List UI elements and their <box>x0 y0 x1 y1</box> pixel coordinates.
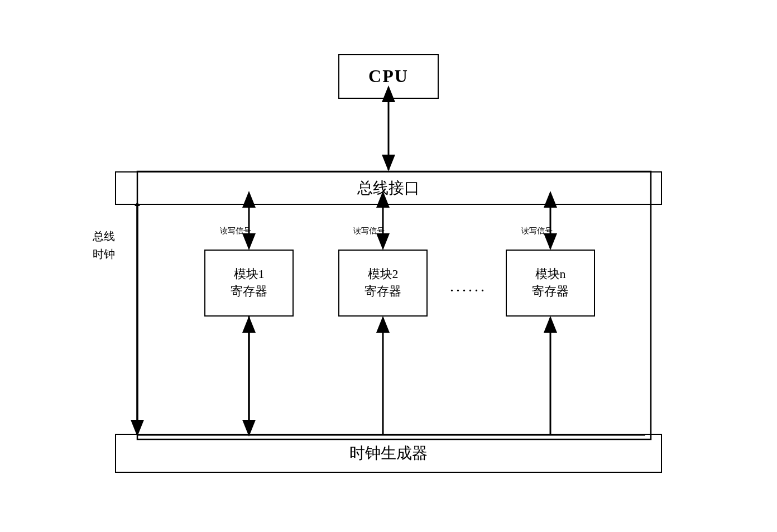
clock-gen-label: 时钟生成器 <box>349 443 428 464</box>
rw-signal-3: 读写信号 <box>521 226 553 236</box>
rw-signal-1: 读写信号 <box>220 226 251 236</box>
diagram-container: CPU 总线接口 模块1寄存器 模块2寄存器 ...... 模块n寄存器 时钟生… <box>81 37 696 495</box>
bus-interface-box: 总线接口 <box>115 171 662 205</box>
module2-box: 模块2寄存器 <box>338 250 428 317</box>
module1-box: 模块1寄存器 <box>204 250 294 317</box>
module1-label: 模块1寄存器 <box>231 266 267 300</box>
modulen-label: 模块n寄存器 <box>532 266 569 300</box>
modulen-box: 模块n寄存器 <box>506 250 595 317</box>
clock-gen-box: 时钟生成器 <box>115 434 662 473</box>
cpu-label: CPU <box>368 66 409 87</box>
ellipsis: ...... <box>450 277 487 295</box>
rw-signal-2: 读写信号 <box>353 226 385 236</box>
bus-interface-label: 总线接口 <box>357 178 420 199</box>
cpu-box: CPU <box>338 54 439 99</box>
bus-clock-label: 总线时钟 <box>81 227 126 263</box>
module2-label: 模块2寄存器 <box>364 266 401 300</box>
